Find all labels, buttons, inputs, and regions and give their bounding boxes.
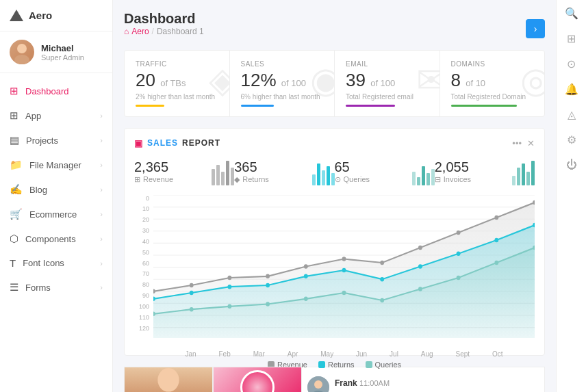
app-logo: Aero — [0, 0, 112, 31]
stats-row: TRAFFIC 20 of TBs 2% higher than last mo… — [124, 50, 545, 117]
chevron-icon: › — [100, 259, 103, 267]
sidebar-item-label: Components — [25, 234, 76, 244]
message-content: Frank 11:00AM ... — [335, 378, 390, 392]
breadcrumb-separator: / — [152, 27, 154, 36]
forms-icon: ☰ — [10, 281, 18, 293]
sidebar-item-file-manager[interactable]: 📁 File Manager › — [0, 153, 112, 177]
chevron-icon: › — [100, 185, 103, 194]
mini-chart — [412, 158, 435, 185]
main-content: Dashboard ⌂ Aero / Dashboard 1 › TRAFFIC… — [113, 0, 556, 392]
svg-point-36 — [494, 237, 498, 242]
svg-point-19 — [304, 264, 308, 269]
svg-point-18 — [266, 274, 270, 278]
mini-chart — [512, 158, 535, 185]
person-card-1: ☰ — [124, 367, 213, 392]
message-text: ... — [335, 388, 390, 392]
stat-email: EMAIL 39 of 100 Total Registered email ✉ — [335, 51, 440, 116]
sidebar-item-app[interactable]: ⊞ App › — [0, 103, 112, 128]
sidebar-item-forms[interactable]: ☰ Forms › — [0, 275, 112, 300]
breadcrumb-current: Dashboard 1 — [157, 27, 204, 36]
stat-sub: 2% higher than last month — [136, 93, 218, 101]
legend-color — [318, 361, 325, 368]
icon-bar: 🔍 ⊞ ⊙ 🔔 ◬ ⚙ ⏻ — [556, 0, 586, 392]
report-title: ▣ SALES REPORT — [134, 138, 220, 148]
metric-value: 2,365 — [134, 159, 173, 175]
svg-point-20 — [342, 257, 346, 261]
sidebar-item-label: Font Icons — [23, 258, 64, 268]
avatar — [10, 40, 34, 64]
title-area: Dashboard ⌂ Aero / Dashboard 1 — [124, 11, 204, 46]
metric-label: ⊞ Revenue — [134, 175, 173, 184]
report-title-accent: SALES — [147, 138, 178, 148]
svg-point-1 — [14, 55, 29, 64]
svg-point-35 — [457, 251, 461, 256]
person-card-2 — [213, 367, 302, 392]
svg-point-43 — [304, 296, 308, 301]
sales-report-card: ▣ SALES REPORT ••• ✕ 2,365 ⊞ Revenue — [124, 128, 545, 356]
svg-point-48 — [494, 260, 498, 265]
mini-chart — [212, 158, 234, 185]
stat-label: TRAFFIC — [136, 60, 218, 68]
user-info: Michael Super Admin — [41, 43, 84, 62]
bell-icon[interactable]: 🔔 — [565, 83, 578, 96]
message-sender: Frank 11:00AM — [335, 378, 390, 388]
y-axis: 1201101009080 7060504030 20100 — [134, 195, 151, 332]
sidebar-item-label: App — [25, 111, 41, 121]
x-axis-labels: JanFebMarApr MayJunJulAug SeptOct — [153, 350, 535, 358]
content-area: Dashboard ⌂ Aero / Dashboard 1 › TRAFFIC… — [113, 0, 556, 392]
chevron-icon: › — [100, 210, 103, 218]
svg-point-41 — [228, 304, 232, 309]
chevron-icon: › — [100, 283, 103, 291]
svg-point-44 — [342, 290, 346, 295]
metric-label: ⊟ Invoices — [435, 175, 471, 184]
more-options-icon[interactable]: ••• — [512, 138, 522, 148]
breadcrumb-home: ⌂ — [124, 27, 129, 36]
metric-value: 65 — [335, 159, 370, 175]
svg-point-21 — [380, 260, 384, 265]
action-button[interactable]: › — [526, 19, 545, 38]
report-title-text: REPORT — [182, 138, 220, 148]
sidebar-item-dashboard[interactable]: ⊞ Dashboard — [0, 79, 112, 103]
report-icon: ▣ — [134, 138, 143, 148]
chart-svg — [153, 195, 535, 345]
svg-point-42 — [266, 302, 270, 306]
breadcrumb: ⌂ Aero / Dashboard 1 — [124, 27, 204, 36]
stat-bar — [346, 105, 395, 107]
components-icon: ⬡ — [10, 233, 18, 245]
layers-icon[interactable]: ◬ — [568, 108, 576, 121]
dashboard-icon: ⊞ — [10, 85, 18, 97]
sidebar-item-projects[interactable]: ▤ Projects › — [0, 128, 112, 153]
user-circle-icon[interactable]: ⊙ — [567, 57, 576, 70]
stat-bg-icon: ✉ — [416, 62, 440, 98]
sidebar: Aero Michael Super Admin ⊞ Dashboard ⊞ A… — [0, 0, 113, 392]
grid-icon[interactable]: ⊞ — [567, 32, 576, 45]
sidebar-item-ecommerce[interactable]: 🛒 Ecommerce › — [0, 202, 112, 226]
svg-point-45 — [380, 298, 384, 302]
blog-icon: ✍ — [10, 183, 23, 196]
msg-avatar — [307, 376, 329, 392]
ecommerce-icon: 🛒 — [10, 208, 23, 220]
svg-point-32 — [342, 267, 346, 272]
power-icon[interactable]: ⏻ — [566, 159, 577, 171]
breadcrumb-home-label: Aero — [131, 27, 149, 36]
sidebar-item-blog[interactable]: ✍ Blog › — [0, 177, 112, 202]
font-icons-icon: T — [10, 257, 16, 269]
user-role: Super Admin — [41, 53, 84, 62]
sidebar-item-font-icons[interactable]: T Font Icons › — [0, 251, 112, 275]
user-name: Michael — [41, 43, 84, 53]
legend-queries: Queries — [366, 361, 402, 369]
chevron-icon: › — [100, 161, 103, 169]
page-title: Dashboard — [124, 11, 204, 27]
report-header: ▣ SALES REPORT ••• ✕ — [134, 138, 535, 148]
stat-bg-icon: ◉ — [310, 62, 335, 98]
search-icon[interactable]: 🔍 — [565, 7, 578, 20]
gear-icon[interactable]: ⚙ — [567, 133, 576, 146]
svg-point-17 — [228, 275, 232, 280]
svg-point-30 — [266, 283, 270, 287]
svg-point-31 — [304, 274, 308, 278]
sidebar-item-components[interactable]: ⬡ Components › — [0, 226, 112, 251]
svg-point-29 — [228, 284, 232, 289]
metric-value: 2,055 — [435, 159, 471, 175]
stat-bar — [451, 105, 517, 107]
close-icon[interactable]: ✕ — [527, 138, 535, 148]
